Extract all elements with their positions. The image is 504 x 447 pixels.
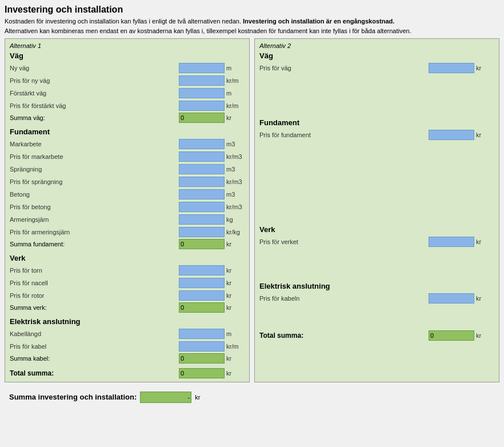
alt1-total-row: Total summa: kr [10, 368, 245, 378]
alt1-pris-betong-row: Pris för betong kr/m3 [10, 201, 245, 213]
alt1-summa-kabel-row: Summa kabel: kr [10, 353, 245, 364]
alt1-summa-vag-input [179, 113, 225, 123]
alt1-betong-label: Betong [10, 191, 179, 198]
alt2-section-fundament-title: Fundament [259, 118, 494, 127]
alt2-box: Alternativ 2 Väg Pris för väg kr Fundame… [254, 38, 499, 382]
alt1-ny-vag-unit: m [226, 65, 245, 71]
alt2-pris-vag-unit: kr [476, 65, 494, 71]
alt1-section-fundament-title: Fundament [10, 127, 245, 136]
alt2-total-input [429, 330, 474, 341]
alt1-summa-fundament-row: Summa fundament: kr [10, 239, 245, 249]
alt1-armeringsjarn-label: Armeringsjärn [10, 216, 179, 223]
alt2-section-el-title: Elektrisk anslutning [259, 282, 494, 290]
alt1-pris-sprangning-unit: kr/m3 [226, 178, 245, 185]
alt2-pris-fundament-row: Pris för fundament kr [259, 129, 494, 141]
alt1-betong-unit: m3 [226, 191, 245, 198]
alt2-pris-kabeln-input[interactable] [429, 293, 474, 304]
alt1-pris-forstarkt-vag-row: Pris för förstärkt väg kr/m [10, 100, 245, 111]
alt1-ny-vag-input[interactable] [179, 63, 225, 73]
alt1-armeringsjarn-unit: kg [226, 216, 245, 223]
alt1-pris-rotor-unit: kr [226, 292, 245, 299]
alt1-kabellangd-input[interactable] [179, 329, 225, 339]
page-title: Investering och installation [5, 5, 499, 15]
alt1-summa-kabel-input [179, 353, 225, 364]
alt1-sprangning-row: Sprängning m3 [10, 163, 245, 175]
alt1-pris-ny-vag-input[interactable] [179, 75, 225, 86]
alt1-armeringsjarn-row: Armeringsjärn kg [10, 214, 245, 225]
alt1-armeringsjarn-input[interactable] [179, 214, 225, 225]
alt1-pris-markarbete-row: Pris för markarbete kr/m3 [10, 151, 245, 162]
alt2-pris-verket-label: Pris för verket [259, 238, 429, 245]
alt1-ny-vag-row: Ny väg m [10, 62, 245, 74]
alt1-pris-kabel-label: Pris för kabel [10, 343, 179, 350]
alt1-betong-input[interactable] [179, 189, 225, 199]
alt1-markarbete-row: Markarbete m3 [10, 138, 245, 150]
alt1-pris-markarbete-label: Pris för markarbete [10, 153, 179, 160]
alt1-pris-torn-input[interactable] [179, 265, 225, 276]
alt1-pris-torn-label: Pris för torn [10, 267, 179, 274]
alt1-summa-verk-input [179, 302, 225, 313]
alt1-pris-forstarkt-vag-label: Pris för förstärkt väg [10, 102, 179, 109]
alt2-pris-verket-row: Pris för verket kr [259, 236, 494, 248]
alt2-pris-kabeln-label: Pris för kabeln [259, 295, 429, 302]
alt1-pris-ny-vag-label: Pris för ny väg [10, 77, 179, 84]
alt1-pris-rotor-input[interactable] [179, 290, 225, 301]
bottom-summa-input [140, 392, 191, 403]
alt1-sprangning-label: Sprängning [10, 166, 179, 173]
alt1-label: Alternativ 1 [10, 42, 245, 49]
alt1-pris-markarbete-unit: kr/m3 [226, 153, 245, 160]
alt1-pris-armeringsjarn-label: Pris för armeringsjärn [10, 229, 179, 236]
alt2-total-label: Total summa: [259, 332, 429, 340]
alt1-pris-sprangning-input[interactable] [179, 177, 225, 187]
alt1-pris-nacell-input[interactable] [179, 278, 225, 288]
alt1-kabellangd-row: Kabellängd m [10, 328, 245, 340]
alt1-pris-rotor-row: Pris för rotor kr [10, 290, 245, 301]
alt1-summa-verk-unit: kr [226, 304, 245, 311]
alt1-pris-nacell-row: Pris för nacell kr [10, 277, 245, 289]
alt1-pris-betong-input[interactable] [179, 202, 225, 212]
alt1-pris-ny-vag-row: Pris för ny väg kr/m [10, 75, 245, 86]
alt2-pris-vag-label: Pris för väg [259, 65, 429, 71]
alt2-pris-fundament-input[interactable] [429, 130, 474, 140]
alt2-total-unit: kr [476, 332, 494, 339]
alt1-pris-forstarkt-vag-input[interactable] [179, 101, 225, 111]
alt1-forstarkt-vag-row: Förstärkt väg m [10, 87, 245, 99]
alt1-markarbete-input[interactable] [179, 139, 225, 149]
alt1-pris-sprangning-label: Pris för sprängning [10, 178, 179, 185]
alt1-box: Alternativ 1 Väg Ny väg m Pris för ny vä… [5, 38, 250, 382]
bottom-summa-label: Summa investering och installation: [9, 393, 137, 401]
alt1-section-verk-title: Verk [10, 254, 245, 262]
alt2-pris-fundament-unit: kr [476, 131, 494, 138]
alt1-ny-vag-label: Ny väg [10, 65, 179, 71]
alt1-pris-torn-row: Pris för torn kr [10, 265, 245, 276]
alt2-pris-kabeln-row: Pris för kabeln kr [259, 293, 494, 304]
alt1-pris-kabel-unit: kr/m [226, 343, 245, 350]
alt2-pris-vag-input[interactable] [429, 63, 474, 73]
alt2-label: Alternativ 2 [259, 42, 494, 49]
alt1-kabellangd-unit: m [226, 330, 245, 337]
alt1-section-el-title: Elektrisk anslutning [10, 317, 245, 326]
alt1-pris-betong-label: Pris för betong [10, 203, 179, 210]
alt1-summa-kabel-unit: kr [226, 355, 245, 362]
alt2-pris-verket-input[interactable] [429, 237, 474, 247]
alt1-pris-ny-vag-unit: kr/m [226, 77, 245, 84]
alt1-total-label: Total summa: [10, 369, 179, 377]
description-2: Alternativen kan kombineras men endast e… [5, 27, 499, 35]
alt1-sprangning-input[interactable] [179, 164, 225, 174]
alt2-pris-vag-row: Pris för väg kr [259, 62, 494, 74]
alt2-section-vag-title: Väg [259, 51, 494, 60]
alt1-pris-armeringsjarn-unit: kr/kg [226, 229, 245, 236]
alt1-forstarkt-vag-input[interactable] [179, 88, 225, 98]
alt1-summa-verk-label: Summa verk: [10, 304, 179, 311]
alt1-pris-markarbete-input[interactable] [179, 151, 225, 162]
alt1-pris-kabel-input[interactable] [179, 341, 225, 352]
alt2-pris-verket-unit: kr [476, 238, 494, 245]
bottom-bar: Summa investering och installation: kr [5, 389, 499, 405]
alt1-pris-kabel-row: Pris för kabel kr/m [10, 341, 245, 352]
alt1-summa-vag-label: Summa väg: [10, 114, 179, 121]
alt1-pris-forstarkt-vag-unit: kr/m [226, 102, 245, 109]
alt1-pris-sprangning-row: Pris för sprängning kr/m3 [10, 176, 245, 187]
alt1-summa-fundament-input [179, 239, 225, 249]
alt1-total-input [179, 368, 225, 378]
alt1-pris-armeringsjarn-input[interactable] [179, 227, 225, 237]
